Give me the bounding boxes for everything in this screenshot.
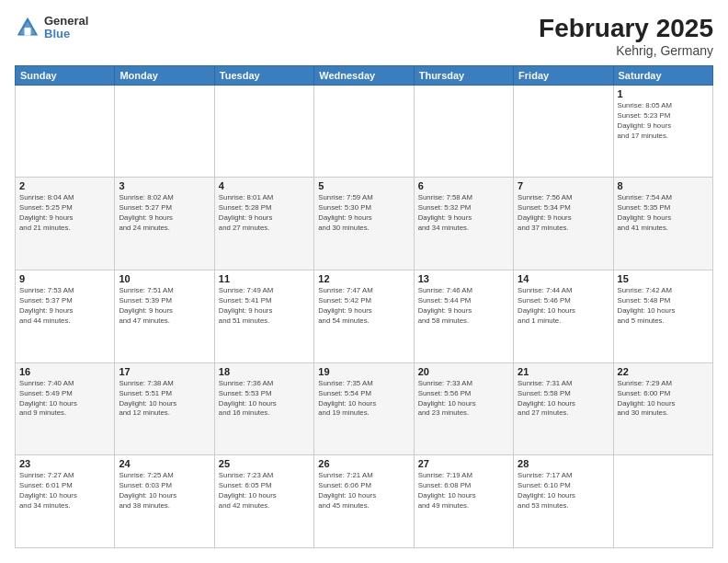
day-info: Sunrise: 7:38 AM Sunset: 5:51 PM Dayligh… [119,379,210,419]
calendar-subtitle: Kehrig, Germany [539,43,713,58]
calendar-week-row: 9Sunrise: 7:53 AM Sunset: 5:37 PM Daylig… [16,270,713,363]
calendar-cell: 12Sunrise: 7:47 AM Sunset: 5:42 PM Dayli… [314,270,414,363]
day-info: Sunrise: 7:35 AM Sunset: 5:54 PM Dayligh… [318,379,409,419]
calendar-cell [115,85,214,178]
day-number: 20 [418,366,509,377]
calendar-cell: 26Sunrise: 7:21 AM Sunset: 6:06 PM Dayli… [314,455,414,548]
day-number: 27 [418,458,509,469]
calendar-cell: 13Sunrise: 7:46 AM Sunset: 5:44 PM Dayli… [414,270,513,363]
day-number: 7 [518,180,609,191]
svg-rect-2 [25,28,31,35]
calendar-cell: 22Sunrise: 7:29 AM Sunset: 6:00 PM Dayli… [613,362,712,455]
day-number: 4 [219,180,310,191]
day-info: Sunrise: 7:40 AM Sunset: 5:49 PM Dayligh… [19,379,110,419]
day-number: 15 [618,273,709,284]
day-number: 28 [518,458,609,469]
day-number: 17 [119,366,210,377]
calendar-cell: 6Sunrise: 7:58 AM Sunset: 5:32 PM Daylig… [414,178,513,270]
day-number: 1 [618,88,709,99]
calendar-cell: 20Sunrise: 7:33 AM Sunset: 5:56 PM Dayli… [414,362,513,455]
day-number: 25 [219,458,310,469]
day-info: Sunrise: 7:21 AM Sunset: 6:06 PM Dayligh… [318,471,409,511]
day-info: Sunrise: 7:29 AM Sunset: 6:00 PM Dayligh… [618,379,709,419]
header: General Blue February 2025 Kehrig, Germa… [15,15,713,58]
day-info: Sunrise: 7:23 AM Sunset: 6:05 PM Dayligh… [219,471,310,511]
calendar-cell [214,85,313,178]
calendar-cell: 16Sunrise: 7:40 AM Sunset: 5:49 PM Dayli… [16,362,115,455]
calendar-cell: 5Sunrise: 7:59 AM Sunset: 5:30 PM Daylig… [314,178,414,270]
calendar-cell: 15Sunrise: 7:42 AM Sunset: 5:48 PM Dayli… [613,270,712,363]
day-number: 21 [518,366,609,377]
day-info: Sunrise: 7:54 AM Sunset: 5:35 PM Dayligh… [618,193,709,234]
calendar-cell: 27Sunrise: 7:19 AM Sunset: 6:08 PM Dayli… [414,455,513,548]
day-number: 12 [318,273,409,284]
day-number: 5 [318,180,409,191]
page: General Blue February 2025 Kehrig, Germa… [0,0,728,563]
logo-blue-text: Blue [44,28,88,40]
calendar-cell: 28Sunrise: 7:17 AM Sunset: 6:10 PM Dayli… [514,455,613,548]
calendar-cell: 4Sunrise: 8:01 AM Sunset: 5:28 PM Daylig… [214,178,313,270]
calendar-cell: 24Sunrise: 7:25 AM Sunset: 6:03 PM Dayli… [115,455,214,548]
day-info: Sunrise: 7:33 AM Sunset: 5:56 PM Dayligh… [418,379,509,419]
calendar-cell: 18Sunrise: 7:36 AM Sunset: 5:53 PM Dayli… [214,362,313,455]
day-number: 3 [119,180,210,191]
calendar-cell: 10Sunrise: 7:51 AM Sunset: 5:39 PM Dayli… [115,270,214,363]
col-thursday: Thursday [414,65,513,85]
day-info: Sunrise: 7:46 AM Sunset: 5:44 PM Dayligh… [418,286,509,327]
calendar-cell: 3Sunrise: 8:02 AM Sunset: 5:27 PM Daylig… [115,178,214,270]
calendar-week-row: 1Sunrise: 8:05 AM Sunset: 5:23 PM Daylig… [16,85,713,178]
day-info: Sunrise: 8:01 AM Sunset: 5:28 PM Dayligh… [219,193,310,234]
calendar-cell: 7Sunrise: 7:56 AM Sunset: 5:34 PM Daylig… [514,178,613,270]
col-friday: Friday [514,65,613,85]
day-info: Sunrise: 7:42 AM Sunset: 5:48 PM Dayligh… [618,286,709,327]
day-number: 8 [618,180,709,191]
day-info: Sunrise: 7:59 AM Sunset: 5:30 PM Dayligh… [318,193,409,234]
day-number: 16 [19,366,110,377]
calendar-cell: 17Sunrise: 7:38 AM Sunset: 5:51 PM Dayli… [115,362,214,455]
day-number: 18 [219,366,310,377]
day-info: Sunrise: 7:27 AM Sunset: 6:01 PM Dayligh… [19,471,110,511]
day-info: Sunrise: 8:02 AM Sunset: 5:27 PM Dayligh… [119,193,210,234]
day-info: Sunrise: 7:36 AM Sunset: 5:53 PM Dayligh… [219,379,310,419]
logo: General Blue [15,15,88,41]
calendar-cell: 8Sunrise: 7:54 AM Sunset: 5:35 PM Daylig… [613,178,712,270]
day-number: 2 [19,180,110,191]
day-info: Sunrise: 7:58 AM Sunset: 5:32 PM Dayligh… [418,193,509,234]
calendar-header-row: Sunday Monday Tuesday Wednesday Thursday… [16,65,713,85]
calendar-cell: 25Sunrise: 7:23 AM Sunset: 6:05 PM Dayli… [214,455,313,548]
calendar-cell: 19Sunrise: 7:35 AM Sunset: 5:54 PM Dayli… [314,362,414,455]
day-number: 19 [318,366,409,377]
calendar-cell: 21Sunrise: 7:31 AM Sunset: 5:58 PM Dayli… [514,362,613,455]
calendar-title: February 2025 [539,15,713,43]
day-info: Sunrise: 7:53 AM Sunset: 5:37 PM Dayligh… [19,286,110,327]
col-monday: Monday [115,65,214,85]
title-block: February 2025 Kehrig, Germany [539,15,713,58]
day-info: Sunrise: 7:49 AM Sunset: 5:41 PM Dayligh… [219,286,310,327]
day-info: Sunrise: 7:51 AM Sunset: 5:39 PM Dayligh… [119,286,210,327]
col-saturday: Saturday [613,65,712,85]
day-number: 9 [19,273,110,284]
day-number: 11 [219,273,310,284]
day-info: Sunrise: 8:04 AM Sunset: 5:25 PM Dayligh… [19,193,110,234]
day-number: 24 [119,458,210,469]
day-number: 6 [418,180,509,191]
col-sunday: Sunday [16,65,115,85]
calendar-cell: 1Sunrise: 8:05 AM Sunset: 5:23 PM Daylig… [613,85,712,178]
day-info: Sunrise: 7:31 AM Sunset: 5:58 PM Dayligh… [518,379,609,419]
col-wednesday: Wednesday [314,65,414,85]
calendar-table: Sunday Monday Tuesday Wednesday Thursday… [15,65,713,548]
day-number: 23 [19,458,110,469]
logo-general-text: General [44,15,88,28]
calendar-cell [613,455,712,548]
day-info: Sunrise: 7:17 AM Sunset: 6:10 PM Dayligh… [518,471,609,511]
day-number: 10 [119,273,210,284]
day-info: Sunrise: 7:56 AM Sunset: 5:34 PM Dayligh… [518,193,609,234]
calendar-week-row: 16Sunrise: 7:40 AM Sunset: 5:49 PM Dayli… [16,362,713,455]
logo-icon [15,15,40,40]
calendar-cell: 9Sunrise: 7:53 AM Sunset: 5:37 PM Daylig… [16,270,115,363]
calendar-cell [16,85,115,178]
calendar-cell [314,85,414,178]
calendar-cell: 11Sunrise: 7:49 AM Sunset: 5:41 PM Dayli… [214,270,313,363]
calendar-cell: 23Sunrise: 7:27 AM Sunset: 6:01 PM Dayli… [16,455,115,548]
day-info: Sunrise: 8:05 AM Sunset: 5:23 PM Dayligh… [618,101,709,142]
